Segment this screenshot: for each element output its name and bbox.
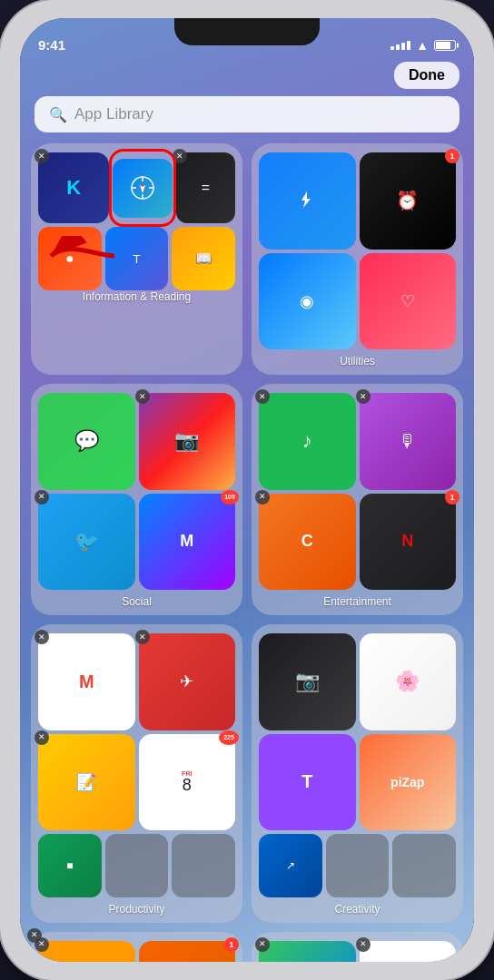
folder-row-1: ✕ K bbox=[31, 143, 463, 375]
folder-bottom-apps: ● T 📖 bbox=[38, 227, 235, 290]
x-badge-crunchyroll[interactable]: ✕ bbox=[255, 490, 270, 505]
app-icon-spotify[interactable]: ✕ ♪ bbox=[259, 393, 356, 490]
app-icon-reddit[interactable]: ● bbox=[38, 227, 102, 290]
x-badge-notes[interactable]: ✕ bbox=[35, 730, 49, 745]
folder-name-utilities: Utilities bbox=[259, 355, 456, 368]
app-icon-empty3 bbox=[326, 834, 390, 897]
app-icon-gmaps[interactable]: ✕ 🗺 bbox=[360, 941, 457, 962]
battery-icon bbox=[434, 40, 456, 51]
x-badge-airmail[interactable]: ✕ bbox=[135, 630, 150, 644]
folder-row-4: ✕ a 1 Etsy ✕ bbox=[31, 932, 463, 962]
x-badge-instagram[interactable]: ✕ bbox=[135, 389, 150, 404]
app-icon-clock[interactable]: 1 ⏰ bbox=[360, 152, 457, 250]
app-icon-gmail[interactable]: ✕ M bbox=[38, 633, 135, 730]
app-icon-etsy[interactable]: 1 Etsy bbox=[139, 941, 236, 962]
notif-badge-retroarch: 1 bbox=[445, 490, 459, 505]
app-icon-pizap[interactable]: piZap bbox=[360, 734, 457, 831]
app-icon-messages[interactable]: 💬 bbox=[38, 393, 135, 490]
app-icon-instagram[interactable]: ✕ 📷 bbox=[139, 393, 236, 490]
status-icons: ▲ bbox=[390, 38, 456, 53]
folder-maps[interactable]: ✕ 🗺 ✕ 🗺 bbox=[252, 932, 463, 962]
folder-creativity[interactable]: 📷 🌸 T piZap bbox=[252, 624, 463, 923]
search-icon: 🔍 bbox=[49, 106, 67, 123]
notif-badge-etsy: 1 bbox=[224, 937, 239, 952]
app-icon-translate[interactable]: T bbox=[105, 227, 169, 290]
app-icon-empty4 bbox=[392, 834, 456, 897]
done-button[interactable]: Done bbox=[394, 62, 459, 89]
app-icon-photos[interactable]: 🌸 bbox=[360, 633, 457, 730]
app-icon-sheets[interactable]: ■ bbox=[38, 834, 102, 897]
folder-information-reading[interactable]: ✕ K bbox=[31, 143, 242, 375]
done-area: Done bbox=[20, 58, 474, 89]
app-icon-airmail[interactable]: ✕ ✈ bbox=[139, 633, 236, 730]
folder-entertainment[interactable]: ✕ ♪ ✕ 🎙 ✕ C 1 bbox=[252, 384, 463, 615]
app-icon-compass[interactable]: ◉ bbox=[259, 253, 356, 350]
app-icon-camera[interactable]: 📷 bbox=[259, 633, 356, 730]
app-icon-safari[interactable] bbox=[113, 159, 172, 218]
x-badge-twitter[interactable]: ✕ bbox=[35, 490, 49, 505]
app-icon-calendar[interactable]: 225 FRI 8 bbox=[139, 734, 236, 831]
folder-name-information: Information & Reading bbox=[38, 290, 235, 303]
notif-badge-clock: 1 bbox=[445, 149, 459, 163]
app-icon-messenger[interactable]: 109 M bbox=[139, 494, 236, 591]
folder-social[interactable]: 💬 ✕ 📷 ✕ 🐦 109 bbox=[31, 384, 242, 615]
app-icon-podcasts[interactable]: ✕ 🎙 bbox=[360, 393, 457, 490]
app-icon-amazon[interactable]: ✕ a bbox=[38, 941, 135, 962]
x-badge-calculator[interactable]: ✕ bbox=[173, 149, 187, 163]
folder-productivity[interactable]: ✕ M ✕ ✈ ✕ 📝 2 bbox=[31, 624, 242, 923]
app-icon-retroarch[interactable]: 1 N bbox=[360, 494, 457, 591]
x-badge-podcasts[interactable]: ✕ bbox=[356, 389, 370, 404]
folder-row-3: ✕ M ✕ ✈ ✕ 📝 2 bbox=[31, 624, 463, 923]
notif-badge-messenger: 109 bbox=[221, 490, 239, 505]
wifi-icon: ▲ bbox=[416, 38, 429, 53]
app-icon-empty1 bbox=[105, 834, 169, 897]
app-icon-twitter[interactable]: ✕ 🐦 bbox=[38, 494, 135, 591]
notch bbox=[174, 18, 320, 45]
x-badge-maps[interactable]: ✕ bbox=[255, 937, 270, 952]
signal-icon bbox=[390, 41, 410, 50]
phone-frame: 9:41 ▲ Done bbox=[0, 0, 494, 980]
folder-row-2: 💬 ✕ 📷 ✕ 🐦 109 bbox=[31, 384, 463, 615]
x-badge-kindle[interactable]: ✕ bbox=[35, 149, 49, 163]
app-icon-calculator[interactable]: ✕ = bbox=[176, 152, 235, 223]
app-icon-health[interactable]: ♡ bbox=[360, 253, 457, 350]
app-grid: ✕ K bbox=[20, 143, 474, 962]
app-icon-kindle[interactable]: ✕ K bbox=[38, 152, 109, 223]
search-bar[interactable]: 🔍 App Library bbox=[35, 96, 459, 132]
search-placeholder: App Library bbox=[74, 105, 153, 123]
app-icon-maps[interactable]: ✕ 🗺 bbox=[259, 941, 356, 962]
app-icon-crunchyroll[interactable]: ✕ C bbox=[259, 494, 356, 591]
status-time: 9:41 bbox=[38, 37, 65, 53]
folder-name-entertainment: Entertainment bbox=[259, 595, 456, 608]
app-icon-twitch[interactable]: T bbox=[259, 734, 356, 831]
x-badge-gmaps[interactable]: ✕ bbox=[356, 937, 370, 952]
phone-screen: 9:41 ▲ Done bbox=[20, 18, 474, 962]
folder-name-creativity: Creativity bbox=[259, 903, 456, 916]
notif-badge-calendar: 225 bbox=[219, 730, 239, 745]
folder-shopping-left[interactable]: ✕ a 1 Etsy ✕ bbox=[31, 932, 242, 962]
folder-name-productivity: Productivity bbox=[38, 903, 235, 916]
app-icon-mirrorgo[interactable]: ↗ bbox=[259, 834, 322, 897]
x-badge-empty5[interactable]: ✕ bbox=[27, 928, 42, 943]
app-icon-notes[interactable]: ✕ 📝 bbox=[38, 734, 135, 831]
x-badge-spotify[interactable]: ✕ bbox=[255, 389, 270, 404]
folder-name-social: Social bbox=[38, 595, 235, 608]
app-icon-books[interactable]: 📖 bbox=[172, 227, 235, 290]
app-icon-empty2 bbox=[172, 834, 235, 897]
screen-background: 9:41 ▲ Done bbox=[20, 18, 474, 962]
folder-utilities[interactable]: 1 ⏰ ◉ ♡ Utilities bbox=[252, 143, 463, 375]
x-badge-gmail[interactable]: ✕ bbox=[35, 630, 49, 644]
app-icon-safari-wrapper[interactable] bbox=[113, 152, 172, 223]
app-icon-appstore[interactable] bbox=[259, 152, 356, 250]
